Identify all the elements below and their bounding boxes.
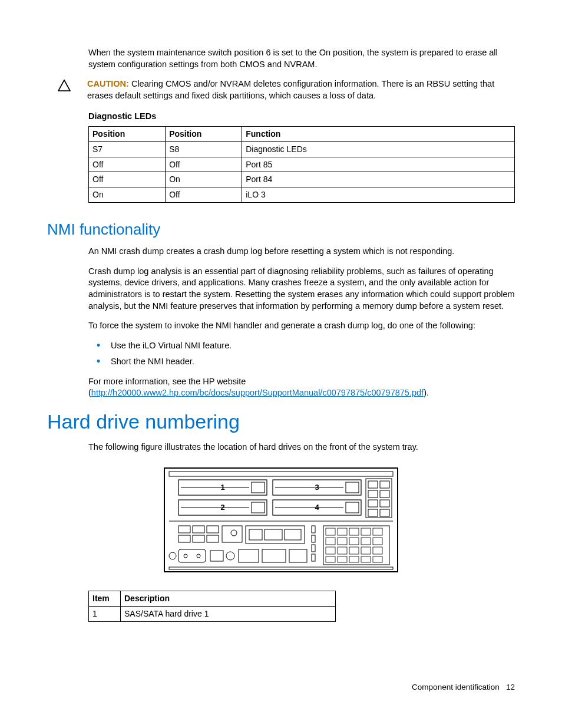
table-cell: Diagnostic LEDs [242,141,515,157]
caution-text: Clearing CMOS and/or NVRAM deletes confi… [87,79,494,100]
nmi-p2: Crash dump log analysis is an essential … [88,266,515,312]
fig-label-2: 2 [220,503,224,512]
diag-th-3: Function [242,126,515,141]
table-cell: On [89,187,166,203]
list-item: Use the iLO Virtual NMI feature. [88,340,515,352]
table-row: S7S8Diagnostic LEDs [89,141,515,157]
table-cell: SAS/SATA hard drive 1 [121,607,336,622]
list-item: Short the NMI header. [88,356,515,368]
hard-drive-figure: 1 2 3 4 [163,467,399,573]
fig-label-1: 1 [220,483,224,492]
hdn-p1: The following figure illustrates the loc… [88,442,515,453]
table-cell: Off [166,157,242,172]
fig-label-4: 4 [315,503,319,512]
diag-th-1: Position [89,126,166,141]
itemdesc-th-1: Item [89,591,121,607]
page-footer: Component identification 12 [412,682,515,693]
table-row: OffOnPort 84 [89,172,515,187]
footer-section: Component identification [412,683,500,691]
table-cell: iLO 3 [242,187,515,203]
caution-label: CAUTION: [87,79,129,88]
intro-paragraph: When the system maintenance switch posit… [88,47,515,70]
item-description-table: Item Description 1SAS/SATA hard drive 1 [88,591,336,622]
nmi-moreinfo: For more information, see the HP website… [88,376,515,399]
nmi-bullet-list: Use the iLO Virtual NMI feature.Short th… [88,340,515,368]
nmi-p3: To force the system to invoke the NMI ha… [88,320,515,332]
table-cell: S7 [89,141,166,157]
table-cell: On [166,172,242,187]
diagnostic-table: Position Position Function S7S8Diagnosti… [88,126,515,203]
nmi-heading: NMI functionality [47,219,515,240]
table-row: OffOffPort 85 [89,157,515,172]
itemdesc-th-2: Description [121,591,336,607]
hp-support-link[interactable]: http://h20000.www2.hp.com/bc/docs/suppor… [91,388,424,397]
table-cell: S8 [166,141,242,157]
table-cell: Off [89,172,166,187]
caution-block: CAUTION: Clearing CMOS and/or NVRAM dele… [47,78,515,101]
table-row: 1SAS/SATA hard drive 1 [89,607,336,622]
footer-page: 12 [506,683,515,691]
table-cell: Off [166,187,242,203]
nmi-p4-suffix: ). [424,388,429,397]
fig-label-3: 3 [315,483,319,492]
table-cell: 1 [89,607,121,622]
diag-th-2: Position [166,126,242,141]
hard-drive-numbering-heading: Hard drive numbering [47,409,515,436]
table-cell: Port 85 [242,157,515,172]
caution-icon [58,80,72,91]
table-cell: Off [89,157,166,172]
table-row: OnOffiLO 3 [89,187,515,203]
nmi-p1: An NMI crash dump creates a crash dump l… [88,246,515,258]
table-cell: Port 84 [242,172,515,187]
diagnostic-leds-heading: Diagnostic LEDs [88,111,515,123]
